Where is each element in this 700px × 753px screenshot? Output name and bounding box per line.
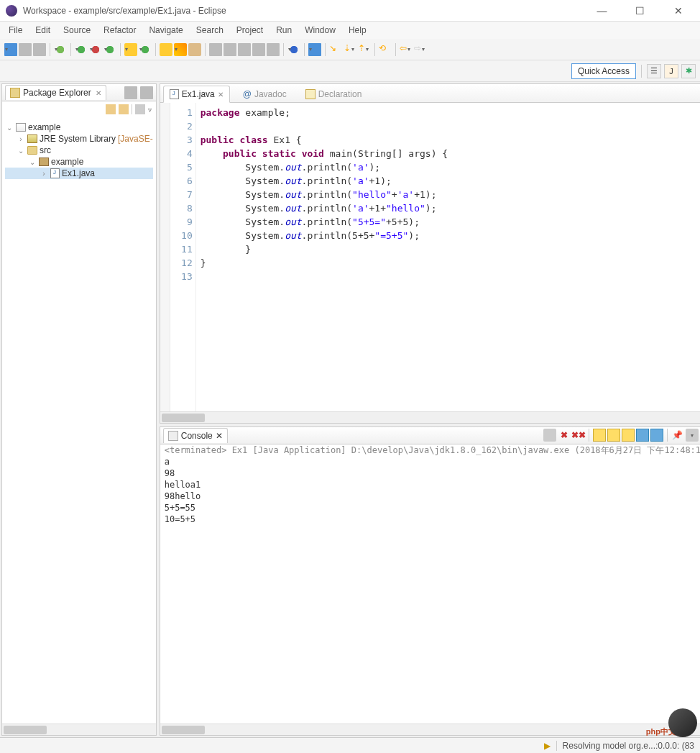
menu-project[interactable]: Project: [231, 24, 269, 37]
twistie-icon[interactable]: ⌄: [28, 158, 37, 166]
watermark-avatar: [668, 708, 697, 737]
save-button[interactable]: [19, 43, 32, 56]
task-button[interactable]: [188, 43, 201, 56]
show-console-error-button[interactable]: [650, 429, 663, 442]
console-hscrollbar[interactable]: [160, 724, 700, 735]
quick-access-button[interactable]: Quick Access: [571, 63, 636, 79]
terminate-button[interactable]: [543, 429, 556, 442]
view-menu-icon[interactable]: ▿: [148, 106, 152, 114]
tree-jre[interactable]: › JRE System Library [JavaSE-: [5, 133, 153, 145]
tree-src[interactable]: ⌄ src: [5, 145, 153, 156]
close-icon[interactable]: ✕: [218, 91, 224, 99]
tab-label: Javadoc: [254, 89, 287, 99]
editor-button[interactable]: [224, 43, 236, 56]
menu-source[interactable]: Source: [57, 24, 96, 37]
console-header: Console ✕ ✖ ✖✖ 📌: [160, 427, 700, 444]
step-button[interactable]: ↘: [329, 43, 342, 56]
new-button[interactable]: [4, 43, 17, 56]
twistie-icon[interactable]: ⌄: [17, 147, 25, 155]
twistie-icon[interactable]: ›: [40, 170, 48, 178]
open-type-button[interactable]: [160, 43, 172, 56]
tab-ex1-java[interactable]: Ex1.java ✕: [163, 86, 230, 103]
window-title: Workspace - example/src/example/Ex1.java…: [23, 6, 580, 16]
external-tools-button[interactable]: [103, 43, 116, 56]
link-editor-icon[interactable]: [119, 104, 129, 114]
show-console-output-button[interactable]: [636, 429, 649, 442]
collapse-all-icon[interactable]: [106, 104, 116, 114]
nav2-button[interactable]: [267, 43, 280, 56]
search-button[interactable]: [174, 43, 187, 56]
clear-console-button[interactable]: [593, 429, 606, 442]
tree-project[interactable]: ⌄ example: [5, 122, 153, 133]
new-class-button[interactable]: [139, 43, 152, 56]
menu-file[interactable]: File: [3, 24, 28, 37]
pin-console-button[interactable]: 📌: [671, 429, 684, 442]
src-label: src: [40, 145, 51, 155]
javadoc-icon: @: [243, 89, 252, 99]
editor-body[interactable]: 12345678910111213 package example; publi…: [160, 103, 700, 411]
menu-edit[interactable]: Edit: [29, 24, 56, 37]
scroll-lock-button[interactable]: [607, 429, 620, 442]
console-body[interactable]: <terminated> Ex1 [Java Application] D:\d…: [160, 444, 700, 724]
package-explorer-tab[interactable]: Package Explorer ✕: [5, 85, 106, 100]
console-panel: Console ✕ ✖ ✖✖ 📌: [160, 426, 700, 736]
tree-package[interactable]: ⌄ example: [5, 156, 153, 168]
perspective-bar: Quick Access ☰ J ✱: [0, 60, 700, 82]
main-toolbar: ↘ ⇣ ⇡ ⟲ ⇦ ⇨: [0, 39, 700, 60]
prev-annotation-button[interactable]: ⇡: [358, 43, 371, 56]
editor-hscrollbar[interactable]: [160, 411, 700, 423]
word-wrap-button[interactable]: [622, 429, 635, 442]
menu-help[interactable]: Help: [343, 24, 372, 37]
java-perspective-button[interactable]: J: [664, 64, 678, 78]
pin-button[interactable]: [308, 43, 321, 56]
menu-run[interactable]: Run: [270, 24, 298, 37]
project-icon: [16, 123, 26, 132]
close-icon[interactable]: ✕: [216, 431, 223, 441]
maximize-view-button[interactable]: [140, 86, 153, 99]
nav-button[interactable]: [252, 43, 265, 56]
coverage-button[interactable]: [89, 43, 102, 56]
menu-refactor[interactable]: Refactor: [98, 24, 142, 37]
focus-task-icon[interactable]: [135, 104, 145, 114]
breakpoint-button[interactable]: [287, 43, 300, 56]
toggle-mark-button[interactable]: [209, 43, 222, 56]
marker-ruler[interactable]: [160, 103, 170, 411]
display-selected-console-button[interactable]: [686, 429, 699, 442]
java-file-icon: [170, 89, 179, 99]
java-file-icon: [50, 168, 60, 178]
remove-launch-button[interactable]: ✖: [558, 429, 571, 442]
tab-declaration[interactable]: Declaration: [300, 86, 368, 102]
explorer-scrollbar[interactable]: [2, 724, 156, 735]
debug-perspective-button[interactable]: ✱: [681, 64, 696, 78]
twistie-icon[interactable]: ›: [17, 135, 25, 143]
twistie-icon[interactable]: ⌄: [5, 124, 14, 132]
tab-javadoc[interactable]: @ Javadoc: [237, 86, 293, 102]
tree-file[interactable]: › Ex1.java: [5, 168, 153, 179]
console-tab[interactable]: Console ✕: [163, 428, 228, 443]
debug-button[interactable]: [54, 43, 67, 56]
run-button[interactable]: [75, 43, 88, 56]
line-number-gutter[interactable]: 12345678910111213: [170, 103, 196, 411]
new-package-button[interactable]: [124, 43, 137, 56]
menu-navigate[interactable]: Navigate: [143, 24, 188, 37]
back-button[interactable]: ⇦: [400, 43, 413, 56]
save-all-button[interactable]: [33, 43, 46, 56]
close-icon[interactable]: ✕: [96, 89, 101, 97]
close-button[interactable]: ✕: [662, 1, 694, 21]
next-annotation-button[interactable]: ⇣: [344, 43, 356, 56]
last-edit-button[interactable]: ⟲: [379, 43, 392, 56]
code-area[interactable]: package example; public class Ex1 { publ…: [196, 103, 700, 411]
eclipse-icon: [6, 5, 17, 17]
minimize-view-button[interactable]: [124, 86, 137, 99]
console-title: Console: [181, 431, 213, 441]
open-perspective-button[interactable]: ☰: [647, 64, 661, 78]
forward-button[interactable]: ⇨: [414, 43, 427, 56]
maximize-button[interactable]: ☐: [624, 1, 656, 21]
editor2-button[interactable]: [238, 43, 251, 56]
menu-search[interactable]: Search: [190, 24, 229, 37]
minimize-button[interactable]: —: [586, 1, 618, 21]
workspace: Package Explorer ✕ ▿ ⌄ example ›: [0, 82, 700, 737]
menu-window[interactable]: Window: [299, 24, 341, 37]
tab-label: Ex1.java: [182, 89, 215, 99]
remove-all-terminated-button[interactable]: ✖✖: [572, 429, 585, 442]
